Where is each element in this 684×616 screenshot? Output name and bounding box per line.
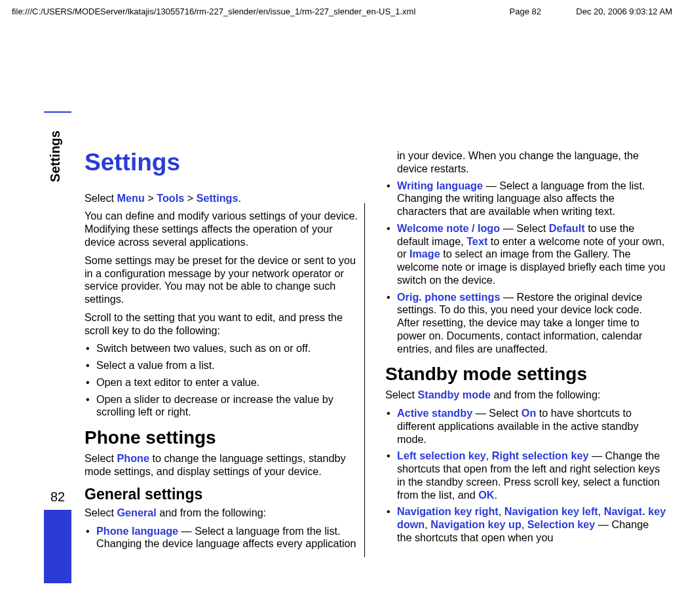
ui-on: On xyxy=(522,407,536,419)
list-item: Switch between two values, such as on or… xyxy=(85,342,366,355)
paragraph: Some settings may be preset for the devi… xyxy=(85,254,366,306)
list-item: Left selection key, Right selection key … xyxy=(385,450,666,501)
ui-writing-language: Writing language xyxy=(397,180,483,191)
list-item: Welcome note / logo — Select Default to … xyxy=(385,222,666,287)
list-item: Active standby — Select On to have short… xyxy=(385,407,666,446)
text: , xyxy=(598,505,604,517)
list-item: Select a value from a list. xyxy=(85,359,366,372)
ui-orig-phone-settings: Orig. phone settings xyxy=(397,291,500,303)
text: and from the following: xyxy=(491,389,600,400)
timestamp: Dec 20, 2006 9:03:12 AM xyxy=(576,7,672,16)
text: , xyxy=(522,518,527,530)
ui-phone-language: Phone language xyxy=(96,525,178,537)
standby-settings-list: Active standby — Select On to have short… xyxy=(385,407,666,545)
nav-path: Select Menu > Tools > Settings. xyxy=(85,192,366,205)
ui-tools: Tools xyxy=(157,192,184,204)
file-path: file:///C:/USERS/MODEServer/lkatajis/130… xyxy=(12,7,415,16)
paragraph: Scroll to the setting that you want to e… xyxy=(85,311,366,337)
text: Select xyxy=(85,192,117,204)
ui-phone: Phone xyxy=(117,452,149,464)
paragraph: You can define and modify various settin… xyxy=(85,210,366,248)
list-item: Orig. phone settings — Restore the origi… xyxy=(385,291,666,356)
text: — Select xyxy=(500,222,549,234)
text: > xyxy=(145,192,157,204)
heading-phone-settings: Phone settings xyxy=(85,428,366,448)
ui-settings: Settings xyxy=(197,192,238,204)
text: , xyxy=(425,518,430,530)
page-indicator: Page 82 xyxy=(510,7,541,16)
text: > xyxy=(184,192,196,204)
page-number: 82 xyxy=(44,490,71,505)
section-label: Settings xyxy=(48,130,63,182)
side-tab: Settings xyxy=(44,111,71,583)
ui-right-selection-key: Right selection key xyxy=(492,450,589,461)
ui-menu: Menu xyxy=(117,192,145,204)
pdf-header: file:///C:/USERS/MODEServer/lkatajis/130… xyxy=(12,7,672,16)
ui-ok: OK xyxy=(478,489,494,501)
ui-general: General xyxy=(117,507,157,518)
ui-welcome-note: Welcome note / logo xyxy=(397,222,500,234)
paragraph: Select General and from the following: xyxy=(85,507,366,520)
text: Select xyxy=(85,452,117,464)
ui-nav-key-right: Navigation key right xyxy=(397,505,499,517)
tab-color-block xyxy=(44,510,71,582)
ui-nav-key-left: Navigation key left xyxy=(504,505,598,517)
list-item: Writing language — Select a language fro… xyxy=(385,180,666,218)
list-item: Open a slider to decrease or increase th… xyxy=(85,393,366,419)
ui-standby-mode: Standby mode xyxy=(418,389,491,400)
heading-settings: Settings xyxy=(85,149,366,176)
text: Select xyxy=(85,507,117,518)
ui-left-selection-key: Left selection key xyxy=(397,450,486,461)
text: . xyxy=(238,192,242,204)
scroll-key-list: Switch between two values, such as on or… xyxy=(85,342,366,419)
text: , xyxy=(499,505,504,517)
text: , xyxy=(486,450,492,461)
ui-default: Default xyxy=(549,222,585,234)
text: — Select xyxy=(472,407,522,419)
text: Select xyxy=(385,389,418,400)
ui-active-standby: Active standby xyxy=(397,407,472,419)
list-item: Navigation key right, Navigation key lef… xyxy=(385,505,666,544)
ui-image: Image xyxy=(409,248,440,260)
paragraph: Select Standby mode and from the followi… xyxy=(385,389,666,402)
heading-standby-mode: Standby mode settings xyxy=(385,364,666,385)
list-item: Open a text editor to enter a value. xyxy=(85,376,366,389)
heading-general-settings: General settings xyxy=(85,486,366,503)
page-body: Settings 82 Settings Select Menu > Tools… xyxy=(44,111,666,583)
text: . xyxy=(494,489,497,501)
ui-selection-key: Selection key xyxy=(527,518,595,530)
text: and from the following: xyxy=(157,507,266,518)
paragraph: Select Phone to change the language sett… xyxy=(85,452,366,478)
ui-nav-key-up: Navigation key up xyxy=(430,518,522,530)
ui-text: Text xyxy=(466,235,487,247)
content-columns: Settings Select Menu > Tools > Settings.… xyxy=(85,149,666,556)
